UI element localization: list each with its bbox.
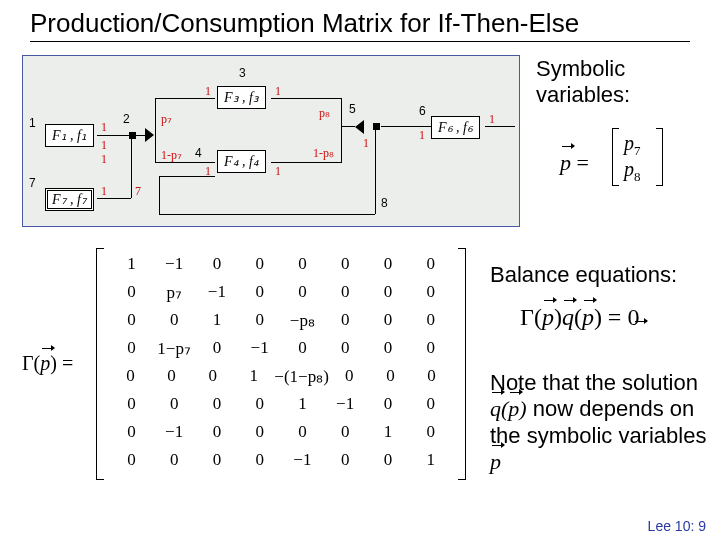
- page-title: Production/Consumption Matrix for If-The…: [30, 8, 690, 42]
- matrix-row: 0−1000010: [110, 422, 452, 450]
- p8-entry: p8: [624, 158, 641, 185]
- chan-num: 4: [195, 146, 202, 160]
- matrix-row: 1−1000000: [110, 254, 452, 282]
- rate-num: 1: [363, 136, 369, 151]
- actor-f7: F₇ , f₇: [45, 188, 94, 211]
- p-vec-sym: p: [560, 150, 571, 176]
- chan-num: 8: [381, 196, 388, 210]
- chan-num: 3: [239, 66, 246, 80]
- prob-label: 1-p₈: [313, 146, 334, 161]
- diagram-panel: F₁ , f₁ F₃ , f₃ F₄ , f₄ F₆ , f₆ F₇ , f₇ …: [22, 55, 520, 227]
- matrix-row: 01−p₇0−10000: [110, 338, 452, 366]
- bracket-left-icon: [96, 248, 104, 480]
- p-vector-eq: p =: [560, 150, 589, 176]
- actor-f3: F₃ , f₃: [217, 86, 266, 109]
- bracket-right-icon: [458, 248, 466, 480]
- matrix-row: 0p₇−100000: [110, 282, 452, 310]
- chan-num: 6: [419, 104, 426, 118]
- rate-num: 7: [135, 184, 141, 199]
- actor-f4: F₄ , f₄: [217, 150, 266, 173]
- matrix: 1−1000000 0p₇−100000 0010−p₈000 01−p₇0−1…: [96, 248, 466, 480]
- rate-num: 1: [101, 138, 107, 153]
- slide-footer: Lee 10: 9: [648, 518, 706, 534]
- rate-num: 1: [101, 184, 107, 199]
- balance-label: Balance equations:: [490, 262, 677, 288]
- actor-f6: F₆ , f₆: [431, 116, 480, 139]
- rate-num: 1: [205, 164, 211, 179]
- balance-eq: Γ(p)q(p) = 0: [520, 304, 633, 331]
- matrix-row: 0000−1001: [110, 450, 452, 478]
- note-text: Note that the solution q(p) now depends …: [490, 370, 710, 476]
- junction-dot: [373, 123, 380, 130]
- rate-num: 1: [419, 128, 425, 143]
- p7-entry: p7: [624, 132, 641, 159]
- rate-num: 1: [275, 84, 281, 99]
- rate-num: 1: [101, 120, 107, 135]
- matrix-row: 00001−100: [110, 394, 452, 422]
- bracket-right-icon: [656, 128, 663, 186]
- prob-label: p₇: [161, 112, 172, 127]
- chan-num: 5: [349, 102, 356, 116]
- matrix-block: Γ(p) = 1−1000000 0p₇−100000 0010−p₈000 0…: [22, 248, 472, 488]
- prob-label: 1-p₇: [161, 148, 182, 163]
- rate-num: 1: [101, 152, 107, 167]
- symbolic-label: Symbolic variables:: [536, 56, 630, 108]
- matrix-row: 0001−(1−p₈)000: [110, 366, 452, 394]
- chan-num: 1: [29, 116, 36, 130]
- matrix-row: 0010−p₈000: [110, 310, 452, 338]
- actor-f1: F₁ , f₁: [45, 124, 94, 147]
- rate-num: 1: [275, 164, 281, 179]
- prob-label: p₈: [319, 106, 330, 121]
- rate-num: 1: [205, 84, 211, 99]
- merge-icon: [355, 120, 364, 134]
- matrix-prefix: Γ(p) =: [22, 352, 73, 375]
- chan-num: 7: [29, 176, 36, 190]
- rate-num: 1: [489, 112, 495, 127]
- bracket-left-icon: [612, 128, 619, 186]
- fork-icon: [145, 128, 154, 142]
- chan-num: 2: [123, 112, 130, 126]
